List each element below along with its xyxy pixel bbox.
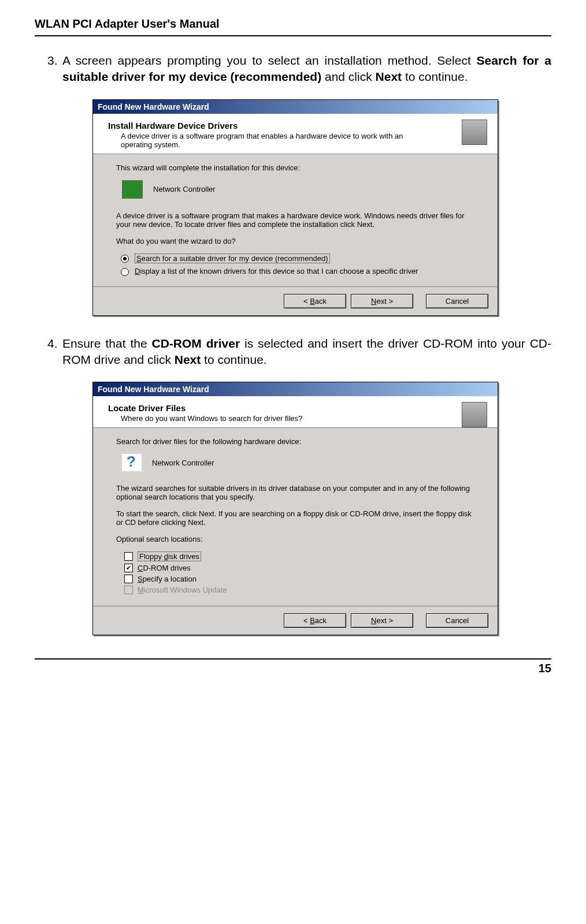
- next-button[interactable]: Next >: [351, 294, 413, 308]
- banner-subtitle: Where do you want Windows to search for …: [121, 414, 421, 423]
- banner-subtitle: A device driver is a software program th…: [121, 132, 421, 149]
- button-bar: < Back Next > Cancel: [93, 286, 498, 315]
- radio-label: Display a list of the known drivers for …: [135, 267, 418, 275]
- t: and click: [321, 70, 375, 83]
- radio-search-driver[interactable]: SSearch for a suitable driver for my dev…: [121, 254, 474, 263]
- device-name: Network Controller: [153, 185, 216, 193]
- button-bar: < Back Next > Cancel: [93, 606, 498, 635]
- window-titlebar: Found New Hardware Wizard: [93, 100, 498, 114]
- device-name: Network Controller: [152, 459, 214, 467]
- wizard-content: Search for driver files for the followin…: [93, 428, 498, 606]
- page: WLAN PCI Adapter User's Manual 3. A scre…: [0, 0, 586, 692]
- radio-icon: [121, 255, 129, 263]
- step-3: 3. A screen appears prompting you to sel…: [47, 53, 551, 85]
- text: To start the search, click Next. If you …: [116, 509, 474, 527]
- check-floppy[interactable]: Floppy disk drives: [124, 552, 474, 561]
- checkbox-icon: [124, 575, 133, 583]
- device-row: Network Controller: [122, 454, 474, 471]
- check-cdrom[interactable]: ✔ CD-ROM drives: [124, 564, 474, 572]
- device-row: Network Controller: [122, 180, 474, 199]
- text: The wizard searches for suitable drivers…: [116, 484, 474, 501]
- wizard-banner: Locate Driver Files Where do you want Wi…: [93, 396, 498, 427]
- radio-icon: [121, 268, 129, 276]
- check-label: CD-ROM drives: [138, 564, 191, 572]
- text: What do you want the wizard to do?: [116, 237, 474, 245]
- question-icon: [122, 454, 142, 471]
- text: This wizard will complete the installati…: [116, 163, 474, 172]
- window-titlebar: Found New Hardware Wizard: [93, 382, 498, 396]
- cancel-button[interactable]: Cancel: [426, 613, 488, 628]
- radio-display-list[interactable]: Display a list of the known drivers for …: [121, 267, 474, 276]
- t: Ensure that the: [62, 337, 151, 350]
- wizard-content: This wizard will complete the installati…: [93, 154, 498, 286]
- t: to continue.: [201, 353, 266, 366]
- back-button[interactable]: < Back: [284, 294, 346, 308]
- t: A screen appears prompting you to select…: [62, 54, 477, 67]
- banner-title: Locate Driver Files: [108, 403, 487, 413]
- wizard-locate-files: Found New Hardware Wizard Locate Driver …: [92, 382, 498, 635]
- check-windows-update: Microsoft Windows Update: [124, 586, 474, 594]
- t: Next: [376, 70, 402, 83]
- text: Search for driver files for the followin…: [116, 437, 474, 446]
- check-specify[interactable]: Specify a location: [124, 575, 474, 583]
- next-button[interactable]: Next >: [351, 613, 413, 628]
- back-button[interactable]: < Back: [284, 613, 346, 628]
- check-label: Floppy disk drives: [138, 552, 201, 561]
- page-footer: 15: [35, 658, 551, 675]
- computer-icon: [462, 120, 487, 145]
- banner-title: Install Hardware Device Drivers: [108, 121, 487, 131]
- computer-icon: [462, 402, 487, 427]
- t: to continue.: [402, 70, 468, 83]
- step-number: 3.: [47, 53, 62, 85]
- t: CD-ROM driver: [151, 337, 240, 350]
- checklist: Floppy disk drives ✔ CD-ROM drives Speci…: [124, 552, 474, 594]
- cancel-button[interactable]: Cancel: [426, 294, 488, 308]
- text: A device driver is a software program th…: [116, 211, 474, 229]
- check-label: Microsoft Windows Update: [138, 586, 227, 594]
- step-number: 4.: [47, 336, 62, 368]
- step-text: Ensure that the CD-ROM driver is selecte…: [62, 336, 551, 368]
- text: Optional search locations:: [116, 535, 474, 543]
- checkbox-icon: [124, 552, 133, 561]
- radio-label: SSearch for a suitable driver for my dev…: [135, 254, 330, 263]
- step-4: 4. Ensure that the CD-ROM driver is sele…: [47, 336, 551, 368]
- t: Next: [175, 353, 201, 366]
- wizard-install-drivers: Found New Hardware Wizard Install Hardwa…: [92, 99, 498, 316]
- check-label: Specify a location: [138, 575, 196, 583]
- checkbox-icon: [124, 586, 133, 594]
- doc-header: WLAN PCI Adapter User's Manual: [35, 17, 551, 36]
- wizard-banner: Install Hardware Device Drivers A device…: [93, 114, 498, 154]
- step-text: A screen appears prompting you to select…: [62, 53, 551, 85]
- checkbox-icon: ✔: [124, 564, 133, 572]
- device-chip-icon: [122, 180, 143, 199]
